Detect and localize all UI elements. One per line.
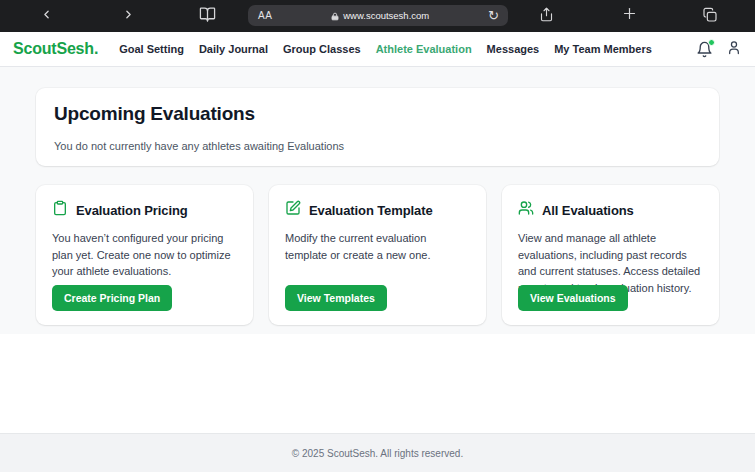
app-navbar: ScoutSesh. Goal Setting Daily Journal Gr…	[0, 32, 755, 67]
back-button[interactable]	[36, 7, 56, 25]
create-pricing-plan-button[interactable]: Create Pricing Plan	[52, 285, 172, 311]
plus-icon	[622, 6, 637, 26]
card-title: Evaluation Template	[309, 203, 433, 218]
bell-icon	[696, 44, 713, 61]
user-icon	[726, 42, 742, 59]
reload-icon[interactable]: ↻	[488, 9, 508, 22]
main-content: Upcoming Evaluations You do not currentl…	[0, 67, 755, 334]
nav-links: Goal Setting Daily Journal Group Classes…	[119, 43, 652, 55]
card-title: Evaluation Pricing	[76, 203, 188, 218]
file-pen-icon	[285, 200, 301, 220]
profile-button[interactable]	[726, 39, 742, 60]
nav-item-athlete-evaluation[interactable]: Athlete Evaluation	[376, 43, 472, 55]
page-whitespace	[0, 334, 755, 433]
page-title: Upcoming Evaluations	[54, 103, 701, 125]
notification-dot	[708, 39, 715, 46]
card-description: You haven’t configured your pricing plan…	[52, 230, 237, 280]
address-bar[interactable]: AA www.scoutsesh.com ↻	[248, 5, 508, 26]
card-title: All Evaluations	[542, 203, 634, 218]
nav-item-group-classes[interactable]: Group Classes	[283, 43, 361, 55]
tab-overview-button[interactable]	[700, 7, 720, 25]
nav-item-daily-journal[interactable]: Daily Journal	[199, 43, 268, 55]
action-cards-row: Evaluation Pricing You haven’t configure…	[36, 185, 719, 325]
scoutsesh-logo[interactable]: ScoutSesh.	[13, 40, 98, 58]
notifications-button[interactable]	[696, 41, 713, 58]
users-icon	[518, 200, 534, 220]
lock-icon	[331, 7, 339, 25]
clipboard-icon	[52, 200, 68, 220]
tabs-icon	[702, 7, 718, 26]
browser-toolbar: AA www.scoutsesh.com ↻	[0, 0, 755, 32]
view-evaluations-button[interactable]: View Evaluations	[518, 285, 628, 311]
url-text: www.scoutsesh.com	[343, 10, 429, 21]
card-description: Modify the current evaluation template o…	[285, 230, 470, 263]
evaluation-template-card: Evaluation Template Modify the current e…	[269, 185, 486, 325]
page-footer: © 2025 ScoutSesh. All rights reserved.	[0, 433, 755, 472]
browser-window: AA www.scoutsesh.com ↻ S	[0, 0, 755, 472]
chevron-right-icon	[122, 7, 135, 25]
nav-item-messages[interactable]: Messages	[487, 43, 540, 55]
share-icon	[539, 6, 554, 26]
upcoming-evaluations-card: Upcoming Evaluations You do not currentl…	[36, 88, 719, 166]
nav-item-goal-setting[interactable]: Goal Setting	[119, 43, 184, 55]
book-icon	[199, 6, 216, 26]
share-button[interactable]	[536, 7, 556, 25]
view-templates-button[interactable]: View Templates	[285, 285, 387, 311]
nav-item-my-team-members[interactable]: My Team Members	[554, 43, 652, 55]
new-tab-button[interactable]	[619, 7, 639, 25]
chevron-left-icon	[40, 7, 53, 25]
evaluation-pricing-card: Evaluation Pricing You haven’t configure…	[36, 185, 253, 325]
forward-button[interactable]	[118, 7, 138, 25]
copyright-text: © 2025 ScoutSesh. All rights reserved.	[292, 448, 463, 459]
bookmarks-button[interactable]	[197, 7, 217, 25]
reader-mode-button[interactable]: AA	[248, 10, 272, 21]
empty-state-message: You do not currently have any athletes a…	[54, 140, 701, 152]
all-evaluations-card: All Evaluations View and manage all athl…	[502, 185, 719, 325]
